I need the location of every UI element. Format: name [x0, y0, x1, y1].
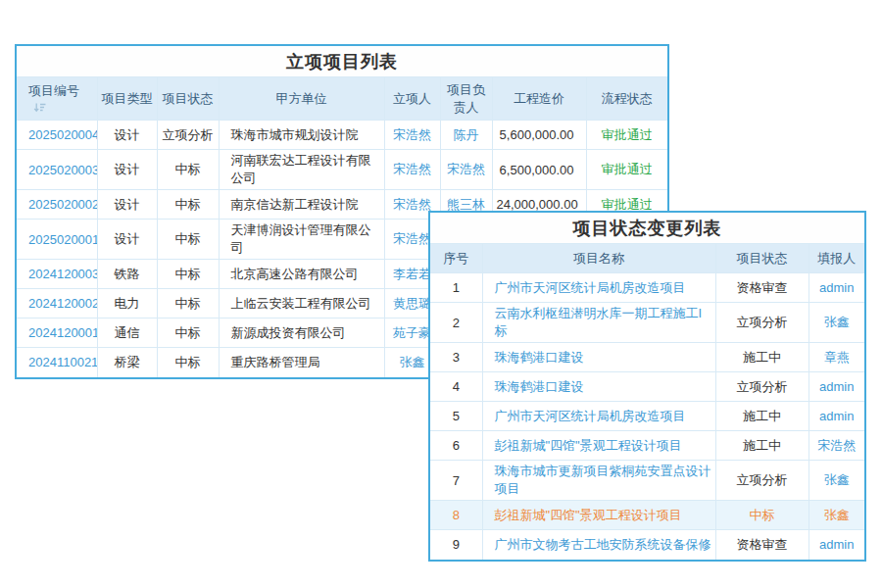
- client-unit-cell: 重庆路桥管理局: [219, 348, 384, 377]
- client-unit-cell: 上临云安装工程有限公司: [219, 289, 384, 318]
- seq-no-cell: 7: [430, 461, 482, 501]
- reporter-link[interactable]: 宋浩然: [808, 431, 864, 461]
- seq-no-cell: 2: [430, 303, 482, 343]
- status-change-list-panel: 项目状态变更列表 序号项目名称项目状态填报人 1广州市天河区统计局机房改造项目资…: [428, 211, 866, 562]
- status-table-row: 9广州市文物考古工地安防系统设备保修资格审查admin: [430, 530, 864, 560]
- cost-cell: 5,600,000.00: [492, 121, 586, 150]
- flow-status-link[interactable]: 审批通过: [586, 150, 667, 190]
- project-name-link[interactable]: 彭祖新城"四馆"景观工程设计项目: [482, 501, 715, 530]
- project-name-link[interactable]: 彭祖新城"四馆"景观工程设计项目: [482, 431, 715, 461]
- project-code-link[interactable]: 2024120001: [17, 318, 97, 348]
- seq-no-cell: 4: [430, 372, 482, 402]
- column-header-project-status[interactable]: 项目状态: [715, 244, 808, 273]
- project-status-cell: 立项分析: [715, 303, 808, 343]
- column-header-initiator[interactable]: 立项人: [384, 77, 440, 121]
- reporter-link[interactable]: admin: [808, 530, 864, 560]
- status-table-row: 7珠海市城市更新项目紫桐苑安置点设计项目立项分析张鑫: [430, 461, 864, 501]
- project-type-cell: 设计: [97, 150, 157, 190]
- project-status-cell: 中标: [157, 190, 219, 220]
- status-table-header-row: 序号项目名称项目状态填报人: [430, 244, 864, 273]
- status-table-row: 3珠海鹤港口建设施工中章燕: [430, 343, 864, 372]
- approval-table-title: 立项项目列表: [17, 46, 667, 76]
- reporter-link[interactable]: 张鑫: [808, 461, 864, 501]
- status-table-row: 6彭祖新城"四馆"景观工程设计项目施工中宋浩然: [430, 431, 864, 461]
- project-name-link[interactable]: 珠海鹤港口建设: [482, 372, 715, 402]
- project-status-cell: 中标: [157, 150, 219, 190]
- column-header-cost[interactable]: 工程造价: [492, 77, 586, 121]
- project-status-cell: 施工中: [715, 431, 808, 461]
- reporter-link[interactable]: 章燕: [808, 343, 864, 372]
- project-status-cell: 资格审查: [715, 273, 808, 303]
- project-type-cell: 设计: [97, 220, 157, 260]
- seq-no-cell: 5: [430, 402, 482, 431]
- project-name-link[interactable]: 珠海鹤港口建设: [482, 343, 715, 372]
- project-status-cell: 立项分析: [715, 461, 808, 501]
- column-header-reporter[interactable]: 填报人: [808, 244, 864, 273]
- project-type-cell: 铁路: [97, 260, 157, 289]
- column-header-project-status[interactable]: 项目状态: [157, 77, 219, 121]
- project-status-cell: 资格审查: [715, 530, 808, 560]
- approval-table-row: 2025020003设计中标河南联宏达工程设计有限公司宋浩然宋浩然6,500,0…: [17, 150, 667, 190]
- reporter-link[interactable]: admin: [808, 402, 864, 431]
- client-unit-cell: 北京高速公路有限公司: [219, 260, 384, 289]
- manager-link[interactable]: 陈丹: [440, 121, 492, 150]
- seq-no-cell: 8: [430, 501, 482, 530]
- project-status-cell: 中标: [157, 289, 219, 318]
- manager-link[interactable]: 宋浩然: [440, 150, 492, 190]
- project-code-link[interactable]: 2024110021: [17, 348, 97, 377]
- project-status-cell: 中标: [157, 318, 219, 348]
- status-table-row: 5广州市天河区统计局机房改造项目施工中admin: [430, 402, 864, 431]
- project-type-cell: 设计: [97, 190, 157, 220]
- project-status-cell: 中标: [157, 348, 219, 377]
- reporter-link[interactable]: 张鑫: [808, 303, 864, 343]
- project-name-link[interactable]: 珠海市城市更新项目紫桐苑安置点设计项目: [482, 461, 715, 501]
- seq-no-cell: 3: [430, 343, 482, 372]
- client-unit-cell: 珠海市城市规划设计院: [219, 121, 384, 150]
- status-table-row: 2云南水利枢纽潜明水库一期工程施工I标立项分析张鑫: [430, 303, 864, 343]
- project-type-cell: 桥梁: [97, 348, 157, 377]
- project-status-cell: 施工中: [715, 402, 808, 431]
- column-header-flow-status[interactable]: 流程状态: [586, 77, 667, 121]
- column-header-project-code[interactable]: 项目编号: [17, 77, 97, 121]
- project-code-link[interactable]: 2025020001: [17, 220, 97, 260]
- project-status-cell: 立项分析: [157, 121, 219, 150]
- column-header-client-unit[interactable]: 甲方单位: [219, 77, 384, 121]
- project-name-link[interactable]: 广州市天河区统计局机房改造项目: [482, 402, 715, 431]
- seq-no-cell: 6: [430, 431, 482, 461]
- sort-descending-icon[interactable]: [33, 101, 47, 114]
- client-unit-cell: 新源成投资有限公司: [219, 318, 384, 348]
- project-type-cell: 电力: [97, 289, 157, 318]
- reporter-link[interactable]: admin: [808, 372, 864, 402]
- reporter-link[interactable]: admin: [808, 273, 864, 303]
- project-name-link[interactable]: 广州市天河区统计局机房改造项目: [482, 273, 715, 303]
- project-code-link[interactable]: 2024120002: [17, 289, 97, 318]
- project-type-cell: 通信: [97, 318, 157, 348]
- column-header-project-type[interactable]: 项目类型: [97, 77, 157, 121]
- project-name-link[interactable]: 广州市文物考古工地安防系统设备保修: [482, 530, 715, 560]
- column-header-project-name[interactable]: 项目名称: [482, 244, 715, 273]
- project-code-link[interactable]: 2025020003: [17, 150, 97, 190]
- project-code-link[interactable]: 2025020004: [17, 121, 97, 150]
- status-change-table: 序号项目名称项目状态填报人 1广州市天河区统计局机房改造项目资格审查admin2…: [430, 243, 864, 560]
- client-unit-cell: 河南联宏达工程设计有限公司: [219, 150, 384, 190]
- cost-cell: 6,500,000.00: [492, 150, 586, 190]
- project-status-cell: 施工中: [715, 343, 808, 372]
- initiator-link[interactable]: 宋浩然: [384, 150, 440, 190]
- status-table-row: 4珠海鹤港口建设立项分析admin: [430, 372, 864, 402]
- project-code-link[interactable]: 2024120003: [17, 260, 97, 289]
- client-unit-cell: 南京信达新工程设计院: [219, 190, 384, 220]
- approval-table-row: 2025020004设计立项分析珠海市城市规划设计院宋浩然陈丹5,600,000…: [17, 121, 667, 150]
- reporter-link[interactable]: 张鑫: [808, 501, 864, 530]
- status-table-title: 项目状态变更列表: [430, 213, 864, 243]
- seq-no-cell: 9: [430, 530, 482, 560]
- column-header-seq-no[interactable]: 序号: [430, 244, 482, 273]
- client-unit-cell: 天津博润设计管理有限公司: [219, 220, 384, 260]
- flow-status-link[interactable]: 审批通过: [586, 121, 667, 150]
- seq-no-cell: 1: [430, 273, 482, 303]
- initiator-link[interactable]: 宋浩然: [384, 121, 440, 150]
- status-table-row: 1广州市天河区统计局机房改造项目资格审查admin: [430, 273, 864, 303]
- project-code-link[interactable]: 2025020002: [17, 190, 97, 220]
- approval-table-header-row: 项目编号项目类型项目状态甲方单位立项人项目负责人工程造价流程状态: [17, 77, 667, 121]
- project-name-link[interactable]: 云南水利枢纽潜明水库一期工程施工I标: [482, 303, 715, 343]
- column-header-manager[interactable]: 项目负责人: [440, 77, 492, 121]
